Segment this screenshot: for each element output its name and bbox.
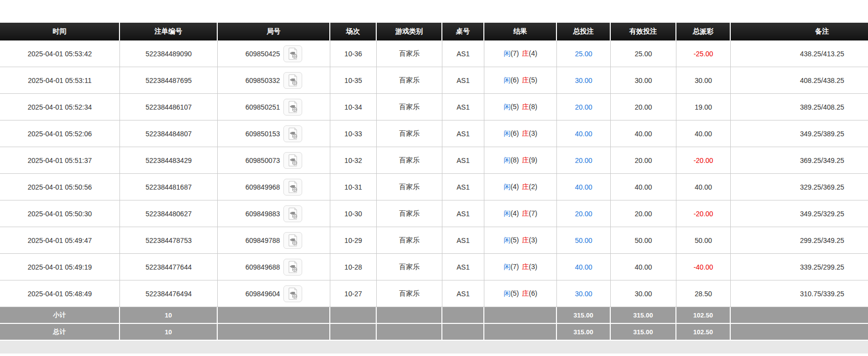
summary-row: 总计 10 315.00 315.00 102.50 (0, 324, 868, 341)
cell-game-type: 百家乐 (377, 227, 442, 254)
video-file-icon (288, 74, 298, 86)
result-banker-label: 庄 (522, 156, 529, 164)
cell-game-type: 百家乐 (377, 147, 442, 174)
summary-count: 10 (120, 324, 218, 341)
cell-session: 10-32 (330, 147, 377, 174)
summary-row: 小计 10 315.00 315.00 102.50 (0, 307, 868, 324)
summary-empty-session (330, 324, 377, 341)
cell-time: 2025-04-01 05:51:37 (0, 147, 120, 174)
cell-remark: 349.25/329.25 (731, 200, 868, 227)
cell-bet-total-link[interactable]: 40.00 (557, 254, 611, 280)
video-file-icon (288, 287, 298, 300)
cell-game-type: 百家乐 (377, 94, 442, 120)
col-header-session: 场次 (330, 23, 377, 40)
cell-bet-valid: 40.00 (611, 174, 676, 200)
cell-session: 10-29 (330, 227, 377, 254)
summary-empty-remark (731, 307, 868, 324)
cell-table-id: AS1 (442, 280, 484, 307)
bet-record-row: 2025-04-01 05:51:37 522384483429 6098500… (0, 147, 868, 174)
cell-bet-id: 522384489090 (120, 40, 218, 67)
video-file-icon (288, 154, 298, 166)
result-player-points: (4) (511, 209, 519, 217)
video-replay-button[interactable] (283, 285, 302, 302)
video-replay-button[interactable] (283, 45, 302, 62)
cell-result: 闲(6)庄(3) (484, 120, 557, 147)
result-player-label: 闲 (504, 103, 511, 111)
video-replay-button[interactable] (283, 152, 302, 169)
cell-bet-total-link[interactable]: 25.00 (557, 40, 611, 67)
result-banker-label: 庄 (522, 103, 529, 111)
result-banker-points: (6) (529, 289, 537, 297)
cell-time: 2025-04-01 05:49:47 (0, 227, 120, 254)
result-player-label: 闲 (504, 49, 511, 57)
cell-table-id: AS1 (442, 120, 484, 147)
video-file-icon (288, 261, 298, 273)
cell-game-type: 百家乐 (377, 40, 442, 67)
result-banker-points: (2) (529, 183, 537, 191)
cell-remark: 369.25/349.25 (731, 147, 868, 174)
col-header-result: 结果 (484, 23, 557, 40)
video-replay-button[interactable] (283, 205, 302, 222)
cell-bet-total-link[interactable]: 40.00 (557, 120, 611, 147)
cell-bet-id: 522384483429 (120, 147, 218, 174)
col-header-bet-valid: 有效投注 (611, 23, 676, 40)
cell-bet-total-link[interactable]: 20.00 (557, 94, 611, 120)
cell-table-id: AS1 (442, 94, 484, 120)
round-number: 609849688 (245, 263, 280, 271)
cell-payout: 50.00 (676, 227, 731, 254)
cell-bet-valid: 20.00 (611, 147, 676, 174)
summary-label: 小计 (0, 307, 120, 324)
cell-bet-id: 522384481687 (120, 174, 218, 200)
round-number: 609850073 (245, 157, 280, 164)
result-player-label: 闲 (504, 236, 511, 244)
col-header-payout: 总派彩 (676, 23, 731, 40)
cell-table-id: AS1 (442, 174, 484, 200)
cell-bet-total-link[interactable]: 20.00 (557, 200, 611, 227)
video-replay-button[interactable] (283, 179, 302, 196)
cell-time: 2025-04-01 05:53:11 (0, 67, 120, 94)
cell-result: 闲(6)庄(5) (484, 67, 557, 94)
cell-bet-total-link[interactable]: 30.00 (557, 67, 611, 94)
bet-records-table: 时间 注单编号 局号 场次 游戏类别 桌号 结果 总投注 有效投注 总派彩 备注… (0, 23, 868, 341)
cell-payout: 40.00 (676, 120, 731, 147)
cell-payout: -25.00 (676, 40, 731, 67)
round-number: 609850425 (245, 50, 280, 58)
cell-bet-total-link[interactable]: 20.00 (557, 147, 611, 174)
video-file-icon (288, 101, 298, 113)
cell-time: 2025-04-01 05:53:42 (0, 40, 120, 67)
cell-bet-total-link[interactable]: 40.00 (557, 174, 611, 200)
col-header-round-id: 局号 (218, 23, 330, 40)
video-replay-button[interactable] (283, 99, 302, 116)
cell-remark: 329.25/369.25 (731, 174, 868, 200)
result-player-label: 闲 (504, 209, 511, 217)
table-body: 2025-04-01 05:53:42 522384489090 6098504… (0, 40, 868, 307)
video-replay-button[interactable] (283, 72, 302, 89)
bet-record-row: 2025-04-01 05:52:34 522384486107 6098502… (0, 94, 868, 120)
cell-result: 闲(4)庄(2) (484, 174, 557, 200)
video-replay-button[interactable] (283, 232, 302, 249)
result-banker-label: 庄 (522, 76, 529, 84)
video-replay-button[interactable] (283, 259, 302, 276)
cell-game-type: 百家乐 (377, 200, 442, 227)
result-banker-points: (4) (529, 49, 537, 57)
cell-remark: 299.25/349.25 (731, 227, 868, 254)
result-player-label: 闲 (504, 183, 511, 191)
cell-payout: -40.00 (676, 254, 731, 280)
bet-record-row: 2025-04-01 05:50:56 522384481687 6098499… (0, 174, 868, 200)
result-player-label: 闲 (504, 76, 511, 84)
summary-bet-total: 315.00 (557, 307, 611, 324)
cell-game-type: 百家乐 (377, 254, 442, 280)
video-replay-button[interactable] (283, 125, 302, 142)
cell-session: 10-28 (330, 254, 377, 280)
result-banker-label: 庄 (522, 129, 529, 137)
cell-bet-total-link[interactable]: 50.00 (557, 227, 611, 254)
cell-payout: -20.00 (676, 147, 731, 174)
bet-records-page: 时间 注单编号 局号 场次 游戏类别 桌号 结果 总投注 有效投注 总派彩 备注… (0, 0, 868, 356)
cell-bet-id: 522384487695 (120, 67, 218, 94)
table-summary: 小计 10 315.00 315.00 102.50 总计 10 (0, 307, 868, 341)
cell-bet-total-link[interactable]: 30.00 (557, 280, 611, 307)
col-header-game-type: 游戏类别 (377, 23, 442, 40)
cell-round-id: 609850073 (218, 147, 330, 174)
cell-bet-valid: 30.00 (611, 280, 676, 307)
cell-time: 2025-04-01 05:50:30 (0, 200, 120, 227)
